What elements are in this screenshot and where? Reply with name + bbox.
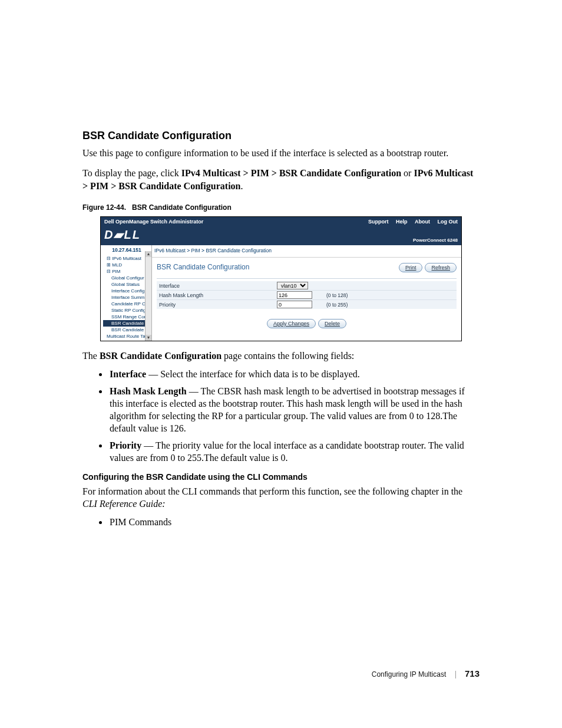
field-term: Hash Mask Length <box>110 386 187 396</box>
interface-select[interactable]: vlan10 <box>277 282 308 289</box>
scroll-down-icon[interactable]: ▾ <box>146 335 151 341</box>
print-button[interactable]: Print <box>399 263 423 272</box>
tree-item[interactable]: Global Configur <box>103 275 151 281</box>
tree-item-selected[interactable]: BSR Candidate <box>103 320 151 327</box>
tree-item[interactable]: Candidate RP C <box>103 301 151 307</box>
tree-list: ⊟ IPv6 Multicast ⊞ MLD ⊟ PIM Global Conf… <box>102 254 151 341</box>
device-ip[interactable]: 10.27.64.151 <box>102 245 151 254</box>
action-row: Apply Changes Delete <box>152 312 461 334</box>
cli-list-item: PIM Commands <box>108 516 480 528</box>
scrollbar[interactable]: ▴ ▾ <box>145 251 151 341</box>
footer-separator <box>455 671 456 678</box>
product-label: PowerConnect 6248 <box>413 238 458 243</box>
priority-label: Priority <box>159 302 277 308</box>
tree-item[interactable]: Static RP Config <box>103 307 151 314</box>
cli-paragraph: For information about the CLI commands t… <box>82 485 480 510</box>
field-item: Hash Mask Length — The CBSR hash mask le… <box>108 385 480 434</box>
tree-item[interactable]: Interface Config <box>103 288 151 294</box>
panel-title: BSR Candidate Configuration <box>157 263 249 271</box>
fields-intro: The BSR Candidate Configuration page con… <box>82 350 480 362</box>
about-link[interactable]: About <box>415 219 430 225</box>
hash-label: Hash Mask Length <box>159 292 277 298</box>
figure-caption: Figure 12-44. BSR Candidate Configuratio… <box>82 203 480 212</box>
nav-tree[interactable]: 10.27.64.151 ⊟ IPv6 Multicast ⊞ MLD ⊟ PI… <box>101 245 152 341</box>
priority-range: (0 to 255) <box>324 302 348 308</box>
cli-subheading: Configuring the BSR Candidate using the … <box>82 472 480 482</box>
tree-mld[interactable]: ⊞ MLD <box>103 262 151 268</box>
tree-last[interactable]: Multicast Route Ta <box>103 333 151 340</box>
app-title: Dell OpenManage Switch Administrator <box>104 219 203 225</box>
nav-path-a: IPv4 Multicast > PIM > BSR Candidate Con… <box>181 168 401 178</box>
scroll-up-icon[interactable]: ▴ <box>146 251 151 257</box>
cli-guide-name: CLI Reference Guide: <box>82 499 166 509</box>
field-term: Priority <box>110 440 141 450</box>
dell-logo: D▰LL <box>104 228 141 241</box>
logout-link[interactable]: Log Out <box>438 219 458 225</box>
fields-list: Interface — Select the interface for whi… <box>82 368 480 464</box>
fields-intro-bold: BSR Candidate Configuration <box>100 351 222 361</box>
tree-item[interactable]: Interface Summ <box>103 294 151 301</box>
field-item: Interface — Select the interface for whi… <box>108 368 480 380</box>
nav-prefix: To display the page, click <box>82 168 181 178</box>
page-footer: Configuring IP Multicast 713 <box>82 668 480 678</box>
figure-caption-prefix: Figure 12-44. <box>82 203 126 212</box>
apply-changes-button[interactable]: Apply Changes <box>267 319 316 328</box>
field-desc: — The priority value for the local inter… <box>110 440 464 463</box>
intro-paragraph: Use this page to configure information t… <box>82 147 480 160</box>
tree-root-label: IPv6 Multicast <box>112 256 141 261</box>
topbar-links: Support Help About Log Out <box>362 219 458 225</box>
priority-input[interactable] <box>277 301 312 308</box>
nav-paragraph: To display the page, click IPv4 Multicas… <box>82 167 480 193</box>
field-desc: — Select the interface for which data is… <box>146 369 360 379</box>
hash-range: (0 to 128) <box>324 292 348 298</box>
nav-or: or <box>401 168 414 178</box>
app-topbar: Dell OpenManage Switch Administrator Sup… <box>101 217 461 226</box>
tree-pim-label: PIM <box>112 269 120 274</box>
help-link[interactable]: Help <box>396 219 408 225</box>
fields-intro-suffix: page contains the following fields: <box>222 351 354 361</box>
figure-caption-title: BSR Candidate Configuration <box>132 203 232 212</box>
tree-item[interactable]: Global Status <box>103 281 151 288</box>
field-item: Priority — The priority value for the lo… <box>108 439 480 464</box>
tree-root[interactable]: ⊟ IPv6 Multicast <box>103 255 151 262</box>
cli-list: PIM Commands <box>82 516 480 528</box>
support-link[interactable]: Support <box>368 219 389 225</box>
tree-item[interactable]: SSM Range Cor <box>103 314 151 320</box>
tree-item[interactable]: BSR Candidate <box>103 327 151 333</box>
fields-intro-prefix: The <box>82 351 100 361</box>
section-heading: BSR Candidate Configuration <box>82 130 480 142</box>
refresh-button[interactable]: Refresh <box>425 263 457 272</box>
figure-screenshot: Dell OpenManage Switch Administrator Sup… <box>100 216 462 341</box>
form-table: Interface vlan10 Hash Mask Length (0 to … <box>157 281 457 309</box>
tree-mld-label: MLD <box>112 262 122 268</box>
breadcrumb: IPv6 Multicast > PIM > BSR Candidate Con… <box>152 245 461 258</box>
interface-label: Interface <box>159 283 277 289</box>
nav-period: . <box>240 181 243 191</box>
footer-chapter: Configuring IP Multicast <box>372 670 447 678</box>
field-term: Interface <box>110 369 146 379</box>
delete-button[interactable]: Delete <box>318 319 346 328</box>
logo-bar: D▰LL PowerConnect 6248 <box>101 226 461 245</box>
cli-para-prefix: For information about the CLI commands t… <box>82 486 462 496</box>
divider <box>157 278 457 279</box>
footer-page-number: 713 <box>465 668 480 678</box>
tree-pim[interactable]: ⊟ PIM <box>103 268 151 275</box>
main-panel: IPv6 Multicast > PIM > BSR Candidate Con… <box>152 245 461 341</box>
hash-input[interactable] <box>277 291 312 299</box>
